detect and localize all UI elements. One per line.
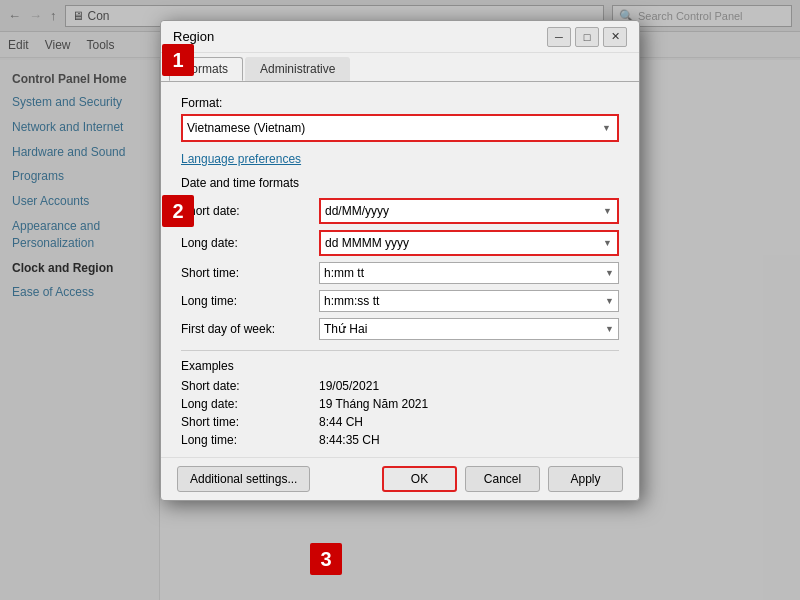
minimize-button[interactable]: ─: [547, 27, 571, 47]
dialog-content: Format: Vietnamese (Vietnam) Language pr…: [161, 82, 639, 457]
ex-long-time-value: 8:44:35 CH: [319, 433, 619, 447]
first-day-label: First day of week:: [181, 322, 311, 336]
examples-grid: Short date: 19/05/2021 Long date: 19 Thá…: [181, 379, 619, 447]
badge-2: 2: [162, 195, 194, 227]
cancel-button[interactable]: Cancel: [465, 466, 540, 492]
long-time-label: Long time:: [181, 294, 311, 308]
ex-long-date-label: Long date:: [181, 397, 311, 411]
long-date-select[interactable]: dd MMMM yyyy: [321, 232, 617, 254]
ok-button[interactable]: OK: [382, 466, 457, 492]
format-section: Format: Vietnamese (Vietnam): [181, 96, 619, 142]
language-preferences-link[interactable]: Language preferences: [181, 152, 619, 166]
short-date-label: Short date:: [181, 204, 311, 218]
short-time-label: Short time:: [181, 266, 311, 280]
dialog-title: Region: [173, 29, 547, 44]
datetime-grid: Short date: dd/MM/yyyy Long date: dd MMM…: [181, 198, 619, 340]
first-day-select[interactable]: Thứ Hai: [319, 318, 619, 340]
format-select[interactable]: Vietnamese (Vietnam): [183, 116, 617, 140]
first-day-wrap: Thứ Hai: [319, 318, 619, 340]
additional-settings-button[interactable]: Additional settings...: [177, 466, 310, 492]
format-label: Format:: [181, 96, 619, 110]
short-date-select[interactable]: dd/MM/yyyy: [321, 200, 617, 222]
ex-long-time-label: Long time:: [181, 433, 311, 447]
format-select-container: Vietnamese (Vietnam): [183, 116, 617, 140]
close-button[interactable]: ✕: [603, 27, 627, 47]
maximize-button[interactable]: □: [575, 27, 599, 47]
long-time-wrap: h:mm:ss tt: [319, 290, 619, 312]
tab-administrative[interactable]: Administrative: [245, 57, 350, 81]
ex-short-time-label: Short time:: [181, 415, 311, 429]
badge-3: 3: [310, 543, 342, 575]
ex-short-date-label: Short date:: [181, 379, 311, 393]
datetime-section-title: Date and time formats: [181, 176, 619, 190]
ex-short-date-value: 19/05/2021: [319, 379, 619, 393]
badge-1: 1: [162, 44, 194, 76]
short-time-wrap: h:mm tt: [319, 262, 619, 284]
ex-short-time-value: 8:44 CH: [319, 415, 619, 429]
long-date-wrap: dd MMMM yyyy: [319, 230, 619, 256]
short-date-wrap: dd/MM/yyyy: [319, 198, 619, 224]
ex-long-date-value: 19 Tháng Năm 2021: [319, 397, 619, 411]
long-date-label: Long date:: [181, 236, 311, 250]
dialog-titlebar: Region ─ □ ✕: [161, 21, 639, 53]
dialog-tabs: Formats Administrative: [161, 53, 639, 82]
examples-title: Examples: [181, 359, 619, 373]
format-select-wrap: Vietnamese (Vietnam): [181, 114, 619, 142]
apply-button[interactable]: Apply: [548, 466, 623, 492]
region-dialog: Region ─ □ ✕ Formats Administrative Form…: [160, 20, 640, 501]
dialog-controls: ─ □ ✕: [547, 27, 627, 47]
short-time-select[interactable]: h:mm tt: [319, 262, 619, 284]
long-time-select[interactable]: h:mm:ss tt: [319, 290, 619, 312]
dialog-footer: Additional settings... OK Cancel Apply: [161, 457, 639, 500]
examples-section: Examples Short date: 19/05/2021 Long dat…: [181, 350, 619, 447]
